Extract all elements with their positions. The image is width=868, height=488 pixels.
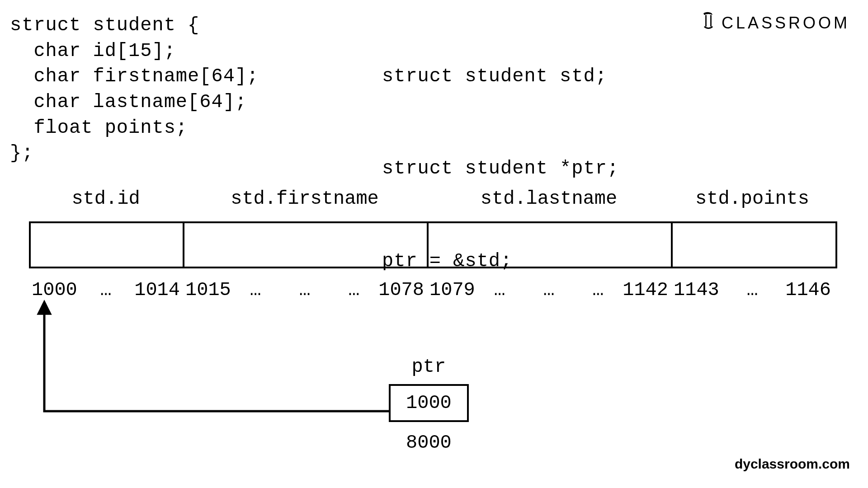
field-label-points: std.points [671, 188, 834, 210]
pointer-address: 8000 [389, 432, 469, 454]
addr-segment-firstname: 1015 … … … 1078 [183, 279, 427, 301]
ellipsis-icon: … [329, 279, 378, 301]
footer-credit: dyclassroom.com [735, 456, 850, 472]
addr-segment-points: 1143 … 1146 [671, 279, 834, 301]
addr-end: 1014 [134, 279, 180, 301]
pointer-diagram: ptr 1000 8000 [389, 356, 469, 454]
addr-start: 1015 [185, 279, 231, 301]
addr-end: 1078 [378, 279, 424, 301]
memory-addresses: 1000 … 1014 1015 … … … 1078 1079 … … … 1… [29, 279, 834, 301]
ellipsis-icon: … [77, 279, 134, 301]
code-line: struct student *ptr; [382, 156, 619, 182]
struct-definition-code: struct student { char id[15]; char first… [10, 13, 259, 166]
memory-cell-id [31, 223, 184, 267]
field-label-id: std.id [29, 188, 183, 210]
pointer-value-box: 1000 [389, 384, 469, 422]
memory-cell-points [673, 223, 835, 267]
addr-segment-lastname: 1079 … … … 1142 [427, 279, 671, 301]
field-label-firstname: std.firstname [183, 188, 427, 210]
ellipsis-icon: … [231, 279, 280, 301]
addr-start: 1143 [674, 279, 719, 301]
ellipsis-icon: … [280, 279, 330, 301]
code-line: struct student std; [382, 64, 619, 89]
ellipsis-icon: … [475, 279, 524, 301]
addr-end: 1146 [785, 279, 831, 301]
ellipsis-icon: … [719, 279, 785, 301]
brand-text: CLASSROOM [722, 14, 850, 33]
ellipsis-icon: … [524, 279, 574, 301]
memory-field-labels: std.id std.firstname std.lastname std.po… [29, 188, 834, 210]
addr-start: 1079 [429, 279, 475, 301]
pointer-arrow-icon [33, 303, 395, 420]
field-label-lastname: std.lastname [427, 188, 671, 210]
brand-logo: CLASSROOM [700, 11, 850, 35]
usage-code: struct student std; struct student *ptr;… [382, 13, 619, 315]
addr-segment-id: 1000 … 1014 [29, 279, 183, 301]
memory-cell-lastname [429, 223, 673, 267]
ellipsis-icon: … [573, 279, 623, 301]
memory-layout [29, 221, 837, 268]
brand-icon [700, 11, 717, 35]
addr-start: 1000 [32, 279, 77, 301]
pointer-name: ptr [389, 356, 469, 378]
addr-end: 1142 [623, 279, 668, 301]
memory-cell-firstname [184, 223, 429, 267]
